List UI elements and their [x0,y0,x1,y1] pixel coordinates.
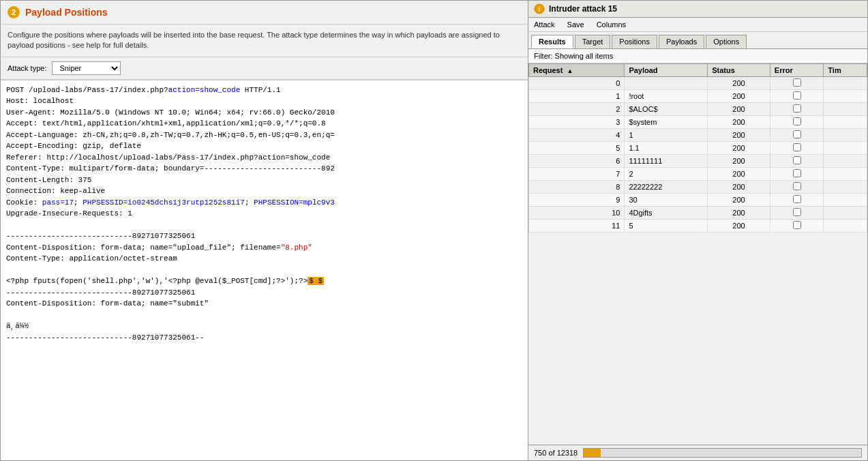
progress-bar-fill [584,449,600,457]
cell-error[interactable] [770,90,823,103]
cell-error[interactable] [770,142,823,155]
cell-payload: 1 [625,129,708,142]
cell-request: 9 [529,194,625,207]
tabs-bar: Results Target Positions Payloads Option… [528,32,867,49]
cell-payload: 1.1 [625,142,708,155]
intruder-title-bar: ! Intruder attack 15 [528,1,867,18]
tab-payloads[interactable]: Payloads [659,35,704,48]
cell-request: 5 [529,142,625,155]
table-row[interactable]: 7 2 200 [529,168,867,181]
menu-attack[interactable]: Attack [531,19,558,30]
cell-status: 200 [708,142,770,155]
cell-error[interactable] [770,155,823,168]
error-checkbox[interactable] [793,221,801,229]
error-checkbox[interactable] [793,91,801,100]
intruder-title: Intruder attack 15 [549,4,617,14]
cell-error[interactable] [770,77,823,90]
cell-error[interactable] [770,116,823,129]
main-container: 2 Payload Positions Configure the positi… [0,0,868,461]
menu-save[interactable]: Save [565,19,587,30]
bottom-bar: 750 of 12318 [528,445,867,460]
error-checkbox[interactable] [793,104,801,113]
cell-error[interactable] [770,207,823,220]
error-checkbox[interactable] [793,156,801,164]
right-panel: ! Intruder attack 15 Attack Save Columns… [528,0,868,461]
results-data-table: Request ▲ Payload Status Error Tim 0 200… [528,63,867,233]
cell-time [824,194,867,207]
table-row[interactable]: 9 30 200 [529,194,867,207]
cell-payload: 30 [625,194,708,207]
cell-time [824,103,867,116]
col-time[interactable]: Tim [824,64,867,77]
cell-error[interactable] [770,129,823,142]
cell-status: 200 [708,194,770,207]
cell-time [824,116,867,129]
table-row[interactable]: 10 4Dgifts 200 [529,207,867,220]
table-row[interactable]: 4 1 200 [529,129,867,142]
cell-error[interactable] [770,168,823,181]
tab-results[interactable]: Results [531,35,573,48]
cell-error[interactable] [770,194,823,207]
cell-payload: 5 [625,220,708,233]
error-checkbox[interactable] [793,195,801,203]
col-request[interactable]: Request ▲ [529,64,625,77]
cell-error[interactable] [770,181,823,194]
cell-status: 200 [708,207,770,220]
cell-time [824,90,867,103]
error-checkbox[interactable] [793,78,801,87]
cell-request: 10 [529,207,625,220]
results-table[interactable]: Request ▲ Payload Status Error Tim 0 200… [528,63,867,445]
cell-status: 200 [708,77,770,90]
request-area: POST /upload-labs/Pass-17/index.php?acti… [1,80,528,460]
table-row[interactable]: 0 200 [529,77,867,90]
svg-text:!: ! [539,6,541,13]
tab-positions[interactable]: Positions [612,35,657,48]
table-row[interactable]: 2 $ALOC$ 200 [529,103,867,116]
header-icon: 2 [8,6,20,18]
cell-payload: 2 [625,168,708,181]
table-row[interactable]: 3 $system 200 [529,116,867,129]
cell-error[interactable] [770,103,823,116]
error-checkbox[interactable] [793,182,801,190]
table-row[interactable]: 1 !root 200 [529,90,867,103]
left-header: 2 Payload Positions [1,1,528,25]
cell-payload: 22222222 [625,181,708,194]
error-checkbox[interactable] [793,169,801,177]
error-checkbox[interactable] [793,143,801,151]
cell-request: 7 [529,168,625,181]
left-panel-title: Payload Positions [25,7,108,18]
cell-status: 200 [708,220,770,233]
attack-type-select[interactable]: Sniper Battering ram Pitchfork Cluster b… [52,61,121,75]
col-payload[interactable]: Payload [625,64,708,77]
filter-bar: Filter: Showing all items [528,49,867,63]
error-checkbox[interactable] [793,208,801,216]
cell-status: 200 [708,129,770,142]
error-checkbox[interactable] [793,117,801,125]
cell-request: 11 [529,220,625,233]
col-status[interactable]: Status [708,64,770,77]
error-checkbox[interactable] [793,130,801,138]
table-row[interactable]: 8 22222222 200 [529,181,867,194]
cell-error[interactable] [770,220,823,233]
cell-time [824,207,867,220]
left-panel: 2 Payload Positions Configure the positi… [0,0,528,461]
table-row[interactable]: 5 1.1 200 [529,142,867,155]
cell-time [824,181,867,194]
cell-request: 6 [529,155,625,168]
table-row[interactable]: 6 11111111 200 [529,155,867,168]
col-error[interactable]: Error [770,64,823,77]
tab-options[interactable]: Options [706,35,747,48]
table-row[interactable]: 11 5 200 [529,220,867,233]
cell-time [824,77,867,90]
cell-payload: !root [625,90,708,103]
cell-status: 200 [708,181,770,194]
menu-columns[interactable]: Columns [594,19,629,30]
cell-status: 200 [708,90,770,103]
cell-time [824,168,867,181]
cell-time [824,155,867,168]
cell-request: 2 [529,103,625,116]
cell-time [824,129,867,142]
intruder-icon: ! [534,3,545,14]
tab-target[interactable]: Target [575,35,611,48]
cell-request: 0 [529,77,625,90]
